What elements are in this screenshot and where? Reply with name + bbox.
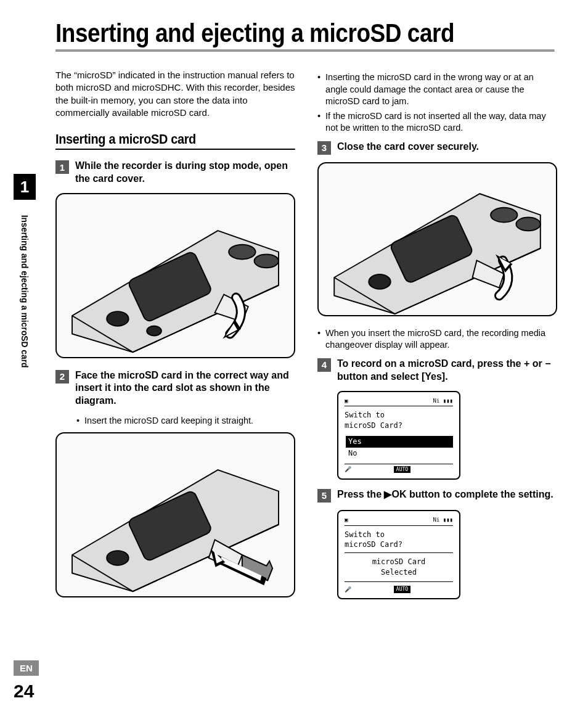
step-number-badge: 2 [55,370,69,384]
step-4: 4 To record on a microSD card, press the… [317,358,557,384]
step-number-badge: 1 [55,160,69,174]
note-text: Insert the microSD card keeping it strai… [84,415,253,427]
note-text: Inserting the microSD card in the wrong … [325,72,557,108]
bullet-icon: • [76,415,80,427]
bullet-icon: • [317,327,321,351]
figure-close-cover [317,162,557,316]
step-text: Close the card cover securely. [337,141,479,154]
svg-point-3 [229,244,255,259]
svg-point-2 [147,326,161,335]
language-tag: EN [14,660,39,676]
svg-point-4 [255,254,279,268]
step-number-badge: 5 [317,489,331,503]
step-2: 2 Face the microSD card in the correct w… [55,369,295,408]
step-number-badge: 4 [317,358,331,372]
svg-point-1 [107,311,128,326]
figure-insert-card [55,432,295,597]
step-text: Press the ▶OK button to complete the set… [337,488,553,501]
svg-point-14 [369,274,390,289]
auto-badge: AUTO [394,586,410,593]
screen-selected-confirm: ▣ Ni ▮▮▮ Switch to microSD Card? microSD… [337,510,460,599]
mic-icon: 🎤 [345,586,351,594]
step-5: 5 Press the ▶OK button to complete the s… [317,488,557,503]
screen-line: Switch to [345,530,453,540]
page-number: 24 [14,681,39,702]
note-text: If the microSD card is not inserted all … [325,110,557,134]
left-column: The “microSD” indicated in the instructi… [55,69,295,609]
step-number-badge: 3 [317,141,331,155]
battery-icon: Ni ▮▮▮ [433,397,453,405]
memory-icon: ▣ [345,397,348,405]
screen-option-yes: Yes [346,436,453,448]
step-1: 1 While the recorder is during stop mode… [55,160,295,186]
note-text: When you insert the microSD card, the re… [325,327,557,351]
bullet-icon: • [317,72,321,108]
step-text: To record on a microSD card, press the +… [337,358,557,384]
svg-point-16 [516,217,540,231]
step-note: • Insert the microSD card keeping it str… [76,415,295,427]
step-note: • When you insert the microSD card, the … [317,327,557,351]
bullet-icon: • [317,110,321,134]
chapter-number: 1 [14,174,36,200]
figure-open-cover [55,193,295,358]
auto-badge: AUTO [394,466,410,473]
screen-line: Selected [345,567,453,578]
page-footer: EN 24 [14,660,39,702]
screen-status-bar: ▣ Ni ▮▮▮ [345,397,453,407]
side-tab: 1 Inserting and ejecting a microSD card [14,174,36,374]
side-label: Inserting and ejecting a microSD card [20,215,30,368]
screen-switch-prompt: ▣ Ni ▮▮▮ Switch to microSD Card? Yes No … [337,391,460,480]
screen-line: microSD Card? [345,540,453,550]
step-text: Face the microSD card in the correct way… [75,369,295,408]
screen-option-no: No [346,448,453,459]
mic-icon: 🎤 [345,466,351,474]
section-heading: Inserting a microSD card [55,131,295,150]
step-text: While the recorder is during stop mode, … [75,160,295,186]
page-title: Inserting and ejecting a microSD card [55,18,554,52]
step-note: • Inserting the microSD card in the wron… [317,72,557,108]
step-3: 3 Close the card cover securely. [317,141,557,155]
battery-icon: Ni ▮▮▮ [433,516,453,524]
screen-line: microSD Card [345,557,453,567]
screen-line: Switch to [345,410,453,421]
screen-status-bar: ▣ Ni ▮▮▮ [345,516,453,526]
screen-line: microSD Card? [345,421,453,431]
memory-icon: ▣ [345,516,348,524]
intro-text: The “microSD” indicated in the instructi… [55,69,295,119]
right-column: • Inserting the microSD card in the wron… [317,69,557,609]
svg-point-15 [491,208,517,223]
step-note: • If the microSD card is not inserted al… [317,110,557,134]
svg-point-8 [107,551,128,565]
